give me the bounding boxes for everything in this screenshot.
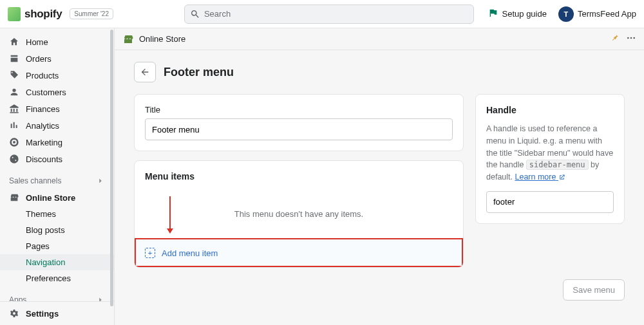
add-menu-item-label: Add menu item bbox=[162, 248, 218, 258]
sidebar-item-products[interactable]: Products bbox=[0, 67, 114, 84]
brand-logo[interactable]: shopify Summer '22 bbox=[8, 7, 113, 21]
arrow-left-icon bbox=[140, 67, 150, 77]
external-icon bbox=[558, 172, 565, 181]
breadcrumb-label: Online Store bbox=[139, 34, 185, 44]
brand-text: shopify bbox=[24, 8, 62, 21]
title-label: Title bbox=[145, 105, 453, 115]
store-icon bbox=[122, 33, 134, 45]
page-header: Footer menu bbox=[134, 62, 625, 82]
avatar: T bbox=[558, 6, 574, 22]
person-icon bbox=[9, 87, 19, 97]
handle-heading: Handle bbox=[486, 105, 614, 115]
topbar: shopify Summer '22 Search Setup guide T … bbox=[0, 0, 644, 28]
sidebar-item-orders[interactable]: Orders bbox=[0, 50, 114, 67]
title-input[interactable] bbox=[145, 118, 453, 140]
app-name: TermsFeed App bbox=[578, 9, 636, 19]
bars-icon bbox=[9, 120, 19, 131]
shopify-bag-icon bbox=[8, 7, 21, 21]
sidebar-sub-preferences[interactable]: Preferences bbox=[0, 270, 114, 286]
orders-icon bbox=[9, 53, 19, 64]
search-input[interactable]: Search bbox=[184, 5, 474, 24]
account-menu[interactable]: T TermsFeed App bbox=[558, 6, 636, 22]
setup-guide-label: Setup guide bbox=[502, 9, 547, 19]
more-menu[interactable] bbox=[626, 33, 636, 45]
home-icon bbox=[9, 37, 19, 47]
handle-code-example: sidebar-menu bbox=[526, 160, 589, 170]
annotation-arrow bbox=[169, 196, 171, 232]
store-icon bbox=[9, 192, 19, 203]
svg-point-1 bbox=[630, 37, 632, 39]
gear-icon bbox=[9, 308, 19, 319]
sidebar-item-discounts[interactable]: Discounts bbox=[0, 151, 114, 167]
back-button[interactable] bbox=[134, 62, 156, 82]
topbar-right: Setup guide T TermsFeed App bbox=[488, 6, 636, 22]
chevron-right-icon bbox=[96, 176, 105, 185]
menu-items-empty: This menu doesn't have any items. bbox=[135, 192, 463, 238]
menu-items-heading: Menu items bbox=[135, 161, 463, 192]
search-placeholder: Search bbox=[204, 9, 231, 19]
pin-icon[interactable] bbox=[611, 33, 620, 44]
sidebar-section-sales-channels[interactable]: Sales channels bbox=[0, 172, 114, 189]
tag-icon bbox=[9, 70, 19, 80]
sidebar-item-marketing[interactable]: Marketing bbox=[0, 134, 114, 151]
save-menu-button[interactable]: Save menu bbox=[563, 279, 625, 301]
sidebar-sub-blog-posts[interactable]: Blog posts bbox=[0, 222, 114, 238]
main: Online Store Footer menu Title Menu it bbox=[115, 28, 644, 325]
sidebar-sub-navigation[interactable]: Navigation bbox=[0, 254, 114, 270]
sidebar-item-home[interactable]: Home bbox=[0, 33, 114, 50]
svg-point-2 bbox=[633, 37, 635, 39]
svg-point-0 bbox=[627, 37, 629, 39]
menu-items-card: Menu items This menu doesn't have any it… bbox=[134, 160, 464, 268]
target-icon bbox=[9, 137, 19, 147]
sidebar-item-customers[interactable]: Customers bbox=[0, 84, 114, 100]
sidebar-item-analytics[interactable]: Analytics bbox=[0, 117, 114, 134]
search-icon bbox=[190, 9, 200, 19]
add-square-icon: + bbox=[145, 248, 155, 258]
context-bar: Online Store bbox=[115, 28, 644, 50]
bank-icon bbox=[9, 104, 19, 114]
sidebar-sub-themes[interactable]: Themes bbox=[0, 206, 114, 222]
sidebar-item-settings[interactable]: Settings bbox=[0, 301, 114, 325]
flag-icon bbox=[488, 8, 498, 20]
handle-card: Handle A handle is used to reference a m… bbox=[475, 94, 625, 224]
sidebar-item-online-store[interactable]: Online Store bbox=[0, 189, 114, 206]
add-menu-item-button[interactable]: + Add menu item bbox=[135, 238, 463, 267]
handle-description: A handle is used to reference a menu in … bbox=[486, 123, 614, 183]
page-title: Footer menu bbox=[164, 66, 234, 79]
sidebar: Home Orders Products Customers Finances … bbox=[0, 28, 115, 325]
percent-icon bbox=[9, 154, 19, 164]
setup-guide-link[interactable]: Setup guide bbox=[488, 8, 547, 20]
sidebar-item-finances[interactable]: Finances bbox=[0, 100, 114, 117]
handle-input[interactable] bbox=[486, 191, 614, 213]
title-card: Title bbox=[134, 94, 464, 151]
learn-more-link[interactable]: Learn more bbox=[515, 172, 565, 181]
sidebar-sub-pages[interactable]: Pages bbox=[0, 238, 114, 254]
sidebar-scrollbar[interactable] bbox=[109, 28, 114, 325]
edition-badge: Summer '22 bbox=[70, 8, 113, 19]
